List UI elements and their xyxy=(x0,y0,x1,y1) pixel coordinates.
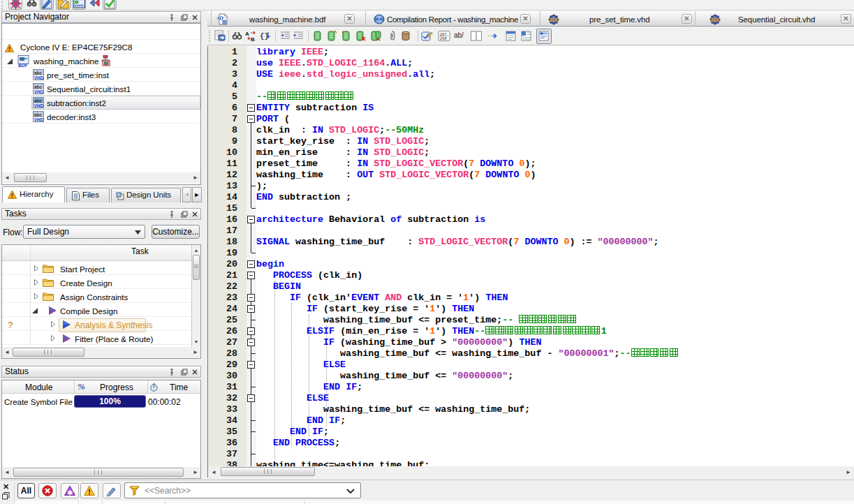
svg-text:BDF: BDF xyxy=(18,63,27,68)
svg-text:abc: abc xyxy=(34,71,43,75)
svg-text:ab/: ab/ xyxy=(454,31,464,39)
svg-text:abc: abc xyxy=(710,16,721,23)
svg-text:abc: abc xyxy=(549,16,559,23)
svg-text:VHD: VHD xyxy=(34,75,44,80)
svg-text:{}: {} xyxy=(260,32,269,40)
svg-text:B: B xyxy=(251,36,255,42)
svg-text:268: 268 xyxy=(440,36,448,40)
svg-text:VHD: VHD xyxy=(34,117,44,122)
svg-text:abc: abc xyxy=(34,84,43,89)
svg-text:VHD: VHD xyxy=(34,103,44,108)
svg-text:abc: abc xyxy=(34,112,43,117)
svg-text:VHD: VHD xyxy=(34,89,44,94)
svg-text:A: A xyxy=(245,31,249,37)
svg-text:abc: abc xyxy=(34,98,43,103)
svg-text:✱: ✱ xyxy=(68,489,73,496)
svg-text:267: 267 xyxy=(440,32,448,36)
